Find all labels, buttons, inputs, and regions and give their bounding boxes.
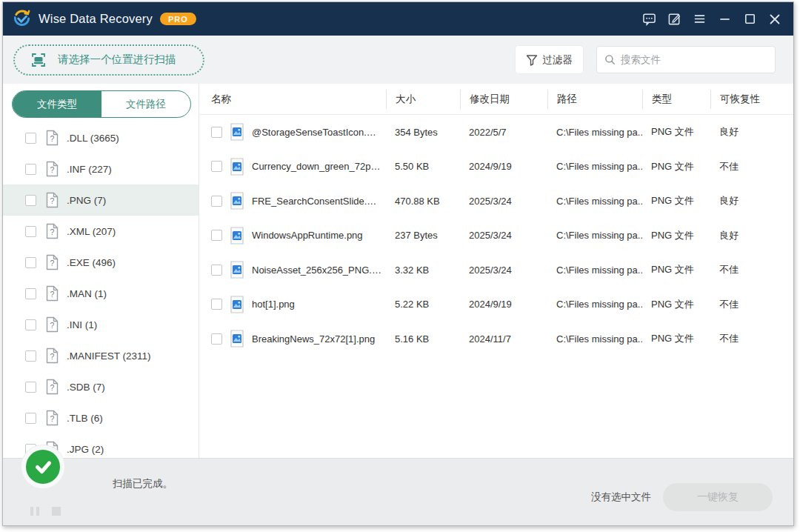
recover-button[interactable]: 一键恢复 [663,483,773,511]
column-header[interactable]: 名称 [199,90,386,109]
checkbox[interactable] [25,133,36,144]
sidebar-tab[interactable]: 文件路径 [101,91,190,117]
minimize-icon[interactable] [713,8,736,30]
column-header-label: 修改日期 [470,93,510,104]
filetype-item[interactable]: ? .MAN (1) [3,278,199,309]
checkbox[interactable] [211,333,222,345]
filetype-item[interactable]: ? .INF (227) [3,153,199,184]
svg-text:?: ? [50,383,55,392]
search-icon [604,54,616,65]
date-cell: 2024/11/7 [460,333,547,345]
filetype-item[interactable]: ? .SDB (7) [3,371,199,402]
search-box[interactable] [596,46,776,73]
unknown-file-icon: ? [45,254,59,270]
svg-text:?: ? [50,290,55,299]
close-icon[interactable] [764,8,786,30]
type-cell: PNG 文件 [642,298,710,311]
name-cell: FRE_SearchConsentSlide.png [199,192,386,210]
name-cell: WindowsAppRuntime.png [199,227,386,245]
svg-text:?: ? [50,414,55,423]
column-header[interactable]: 路径 [547,90,642,109]
size-cell: 3.32 KB [386,265,460,276]
sidebar-tab[interactable]: 文件类型 [13,91,101,117]
filetype-label: .MAN (1) [67,288,107,299]
checkbox[interactable] [25,319,36,330]
name-cell: Currency_down_green_72px[1].... [199,158,386,176]
filetype-label: .XML (207) [67,226,116,237]
column-header[interactable]: 可恢复性 [710,90,784,109]
checkbox[interactable] [211,127,222,138]
unknown-file-icon: ? [45,285,59,302]
table-row[interactable]: hot[1].png 5.22 KB 2024/9/19 C:\Files mi… [199,287,793,322]
search-input[interactable] [621,54,767,65]
checkbox[interactable] [211,265,222,276]
checkbox[interactable] [211,161,222,172]
table-row[interactable]: BreakingNews_72x72[1].png 5.16 KB 2024/1… [199,322,793,356]
unknown-file-icon: ? [45,410,59,426]
png-file-icon [230,192,244,210]
checkbox[interactable] [25,257,36,268]
file-name: hot[1].png [252,299,299,310]
date-cell: 2024/9/19 [460,161,547,172]
file-name: BreakingNews_72x72[1].png [252,333,379,345]
stop-icon[interactable] [52,507,61,516]
filetype-item[interactable]: ? .EXE (496) [3,247,199,278]
checkbox[interactable] [25,382,36,393]
checkbox[interactable] [211,196,222,207]
register-icon[interactable] [663,8,685,30]
filter-button[interactable]: 过滤器 [516,46,584,73]
svg-text:?: ? [50,227,55,236]
filetype-label: .INF (227) [67,164,112,175]
table-row[interactable]: @StorageSenseToastIcon.png 354 Bytes 202… [199,115,793,150]
date-cell: 2022/5/7 [460,127,547,138]
filetype-item[interactable]: ? .DLL (3665) [3,122,199,153]
table-row[interactable]: WindowsAppRuntime.png 237 Bytes 2025/3/2… [199,219,793,253]
checkbox[interactable] [25,288,36,299]
table-row[interactable]: FRE_SearchConsentSlide.png 470.88 KB 202… [199,184,793,219]
date-cell: 2024/9/19 [460,299,547,310]
table-row[interactable]: NoiseAsset_256x256_PNG.png 3.32 KB 2025/… [199,253,793,287]
filetype-item[interactable]: ? .TLB (6) [3,402,199,433]
filetype-item[interactable]: ? .MANIFEST (2311) [3,340,199,371]
checkbox[interactable] [25,226,36,237]
checkbox[interactable] [25,195,36,206]
recoverability-cell: 不佳 [710,160,784,173]
filetype-label: .PNG (7) [67,195,106,206]
filetype-item[interactable]: ? .INI (1) [3,309,199,340]
pause-icon[interactable] [30,507,39,516]
maximize-icon[interactable] [739,8,761,30]
select-scan-location-button[interactable]: 请选择一个位置进行扫描 [13,44,204,76]
checkbox[interactable] [25,350,36,362]
checkbox[interactable] [25,164,36,175]
feedback-icon[interactable] [638,8,660,30]
png-file-icon [230,158,244,176]
file-name: @StorageSenseToastIcon.png [252,127,386,138]
filetype-item[interactable]: ? .PNG (7) [3,184,199,216]
column-header[interactable]: 修改日期 [460,90,547,109]
type-cell: PNG 文件 [642,160,710,173]
filetype-label: .INI (1) [67,319,97,330]
checkbox[interactable] [25,413,36,424]
checkbox[interactable] [211,230,222,241]
filetype-item[interactable]: ? .XML (207) [3,216,199,247]
filter-label: 过滤器 [543,53,573,67]
filetype-label: .DLL (3665) [67,133,119,144]
table-row[interactable]: Currency_down_green_72px[1].... 5.50 KB … [199,150,793,184]
filetype-label: .EXE (496) [67,257,116,268]
recoverability-cell: 良好 [710,194,784,207]
scan-status-text: 扫描已完成。 [113,477,173,491]
column-header-label: 大小 [396,93,416,104]
sidebar-tab-label: 文件路径 [126,98,166,111]
svg-text:?: ? [50,134,55,143]
results-panel: 名称 大小 修改日期 路径 类型 [199,84,793,458]
column-header[interactable]: 大小 [386,90,460,109]
column-header[interactable]: 类型 [642,90,710,109]
png-file-icon [230,261,244,279]
column-header-label: 名称 [211,93,231,104]
date-cell: 2025/3/24 [460,196,547,207]
menu-icon[interactable] [688,8,710,30]
checkbox[interactable] [211,299,222,310]
column-header-label: 路径 [557,93,577,104]
svg-text:?: ? [50,352,55,361]
status-bar: 扫描已完成。 没有选中文件 一键恢复 [3,458,793,525]
